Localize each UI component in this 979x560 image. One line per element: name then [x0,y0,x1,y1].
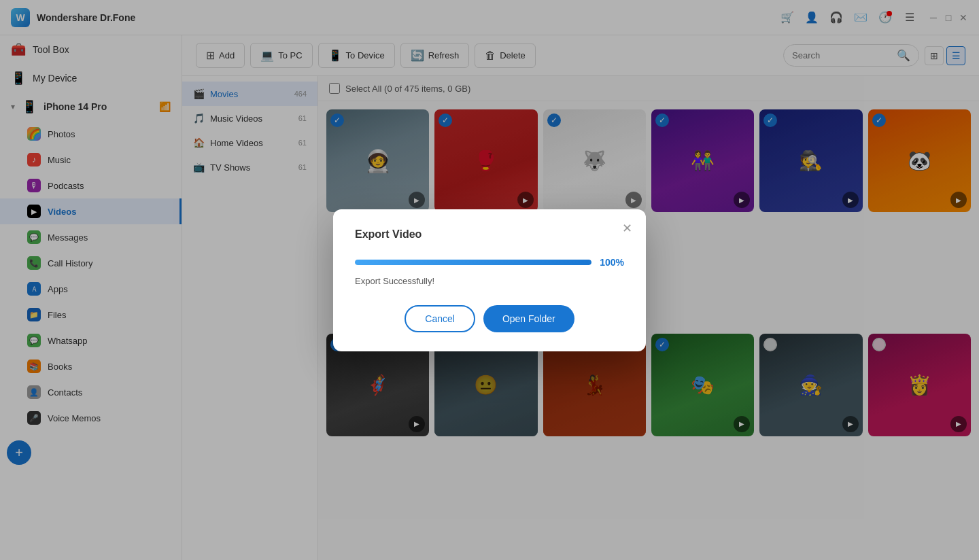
open-folder-button[interactable]: Open Folder [483,305,574,332]
modal-close-button[interactable]: ✕ [619,220,635,237]
modal-title: Export Video [355,228,624,241]
export-status: Export Successfully! [355,276,624,286]
progress-bar-fill [355,260,591,265]
modal-actions: Cancel Open Folder [355,305,624,332]
modal-overlay: Export Video ✕ 100% Export Successfully!… [0,0,979,560]
progress-container: 100% [355,257,624,268]
cancel-button[interactable]: Cancel [405,305,475,332]
progress-bar-bg [355,260,591,265]
progress-percent: 100% [600,257,624,268]
export-modal: Export Video ✕ 100% Export Successfully!… [333,209,646,351]
